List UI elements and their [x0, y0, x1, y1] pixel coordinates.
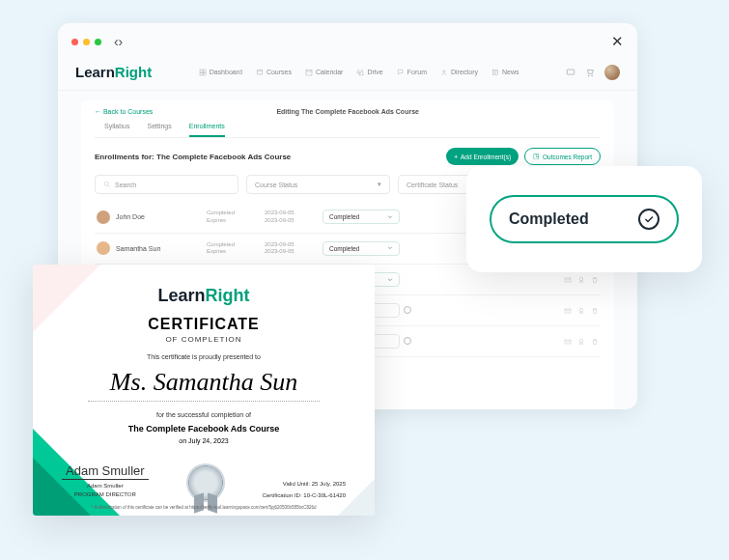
- cert-id: Certification ID: 10-C-30L-61420: [263, 492, 346, 498]
- window-titlebar: ‹ › ✕: [58, 23, 637, 60]
- page-title: Editing The Complete Facebook Ads Course: [153, 108, 543, 115]
- report-icon: ◳: [533, 153, 540, 160]
- svg-rect-1: [203, 70, 205, 71]
- svg-rect-4: [306, 70, 312, 74]
- check-circle-icon: [638, 209, 659, 230]
- svg-rect-7: [567, 70, 575, 74]
- svg-point-10: [579, 277, 582, 280]
- svg-rect-0: [200, 70, 202, 71]
- trash-icon[interactable]: [591, 338, 599, 346]
- award-icon[interactable]: [577, 338, 585, 346]
- cert-title: CERTIFICATE: [62, 316, 346, 333]
- nav-news[interactable]: News: [491, 69, 519, 76]
- cert-valid: Valid Until: 25 July, 2025: [263, 481, 346, 487]
- search-icon: [103, 181, 111, 188]
- cert-presented: This certificate is proudly presented to: [62, 353, 346, 360]
- nav-forum[interactable]: Forum: [397, 69, 427, 76]
- svg-point-14: [579, 339, 582, 342]
- top-bar: LearnRight Dashboard Courses Calendar Dr…: [58, 60, 637, 91]
- news-icon: [491, 69, 499, 76]
- row-actions: [550, 276, 599, 284]
- completed-pill[interactable]: Completed: [490, 195, 679, 243]
- chevron-down-icon: [387, 214, 393, 220]
- row-actions: [550, 307, 599, 315]
- certificate-card: LearnRight CERTIFICATE OF COMPLETION Thi…: [33, 265, 375, 516]
- avatar: [97, 210, 110, 224]
- status-select[interactable]: Completed: [322, 241, 400, 256]
- main-nav: Dashboard Courses Calendar Drive Forum D…: [199, 69, 519, 76]
- status-select[interactable]: Completed: [322, 210, 400, 224]
- radio[interactable]: [404, 337, 411, 345]
- nav-directory[interactable]: Directory: [440, 69, 478, 76]
- outcomes-report-button[interactable]: ◳Outcomes Report: [524, 148, 601, 165]
- cert-signature: Adam Smuller Adam Smuller PROGRAM DIRECT…: [62, 464, 149, 498]
- cert-seal-icon: [186, 463, 225, 502]
- trash-icon[interactable]: [591, 276, 599, 284]
- chat-icon[interactable]: [566, 68, 575, 77]
- course-status-select[interactable]: Course Status▾: [246, 175, 390, 194]
- plus-icon: +: [454, 154, 458, 160]
- status-popup: Completed: [466, 166, 702, 272]
- calendar-icon: [305, 69, 313, 76]
- tabs: Syllabus Settings Enrollments: [95, 123, 601, 138]
- tab-enrollments[interactable]: Enrollments: [189, 123, 225, 137]
- cert-recipient: Ms. Samantha Sun: [88, 368, 320, 402]
- tab-settings[interactable]: Settings: [147, 123, 171, 137]
- chevron-down-icon: [387, 245, 393, 251]
- close-icon[interactable]: ✕: [611, 33, 624, 50]
- svg-point-12: [579, 308, 582, 311]
- forum-icon: [397, 69, 405, 76]
- courses-icon: [256, 69, 264, 76]
- cert-logo: LearnRight: [62, 286, 346, 306]
- cert-for: for the successful completion of: [62, 411, 346, 418]
- logo-part1: Learn: [75, 64, 115, 80]
- user-name: Samantha Sun: [116, 245, 160, 252]
- user-name: John Doe: [116, 213, 145, 220]
- svg-rect-3: [203, 72, 205, 74]
- logo-part2: Right: [115, 64, 152, 80]
- back-link[interactable]: ← Back to Courses: [95, 108, 153, 115]
- award-icon[interactable]: [577, 307, 585, 315]
- award-icon[interactable]: [577, 276, 585, 284]
- breadcrumb: ← Back to Courses Editing The Complete F…: [95, 108, 601, 115]
- cert-course: The Complete Facebook Ads Course: [62, 424, 346, 434]
- cart-icon[interactable]: [585, 68, 595, 77]
- section-header: Enrollments for: The Complete Facebook A…: [95, 148, 601, 165]
- minimize-dot[interactable]: [83, 39, 90, 45]
- completed-label: Completed: [509, 210, 589, 228]
- cert-subtitle: OF COMPLETION: [62, 335, 346, 344]
- directory-icon: [440, 69, 448, 76]
- avatar: [97, 241, 110, 255]
- top-actions: [566, 65, 620, 80]
- tab-syllabus[interactable]: Syllabus: [104, 123, 129, 137]
- zoom-dot[interactable]: [95, 39, 101, 45]
- mail-icon[interactable]: [564, 307, 572, 315]
- user-avatar[interactable]: [604, 65, 620, 80]
- nav-courses[interactable]: Courses: [256, 69, 292, 76]
- svg-point-8: [104, 182, 108, 185]
- window-controls: ‹ ›: [71, 34, 121, 49]
- mail-icon[interactable]: [564, 276, 572, 284]
- nav-calendar[interactable]: Calendar: [305, 69, 343, 76]
- dashboard-icon: [199, 69, 207, 76]
- row-actions: [550, 338, 599, 346]
- section-title: Enrollments for: The Complete Facebook A…: [95, 153, 291, 161]
- trash-icon[interactable]: [591, 307, 599, 315]
- cert-footer: Adam Smuller Adam Smuller PROGRAM DIRECT…: [33, 463, 375, 498]
- cert-date: on July 24, 2023: [62, 437, 346, 444]
- nav-arrows[interactable]: ‹ ›: [114, 34, 121, 49]
- add-enrollment-button[interactable]: +Add Enrollment(s): [446, 148, 519, 165]
- drive-icon: [356, 69, 364, 76]
- radio[interactable]: [404, 306, 411, 314]
- brand-logo[interactable]: LearnRight: [75, 64, 152, 80]
- mail-icon[interactable]: [564, 338, 572, 346]
- close-dot[interactable]: [71, 39, 78, 45]
- nav-drive[interactable]: Drive: [356, 69, 382, 76]
- svg-point-5: [443, 70, 445, 71]
- cert-footnote: * Authentication of this certificate can…: [33, 505, 375, 510]
- nav-dashboard[interactable]: Dashboard: [199, 69, 242, 76]
- search-input[interactable]: Search: [95, 175, 238, 194]
- svg-rect-2: [200, 72, 202, 74]
- chevron-down-icon: ▾: [378, 181, 381, 188]
- chevron-down-icon: [387, 277, 393, 283]
